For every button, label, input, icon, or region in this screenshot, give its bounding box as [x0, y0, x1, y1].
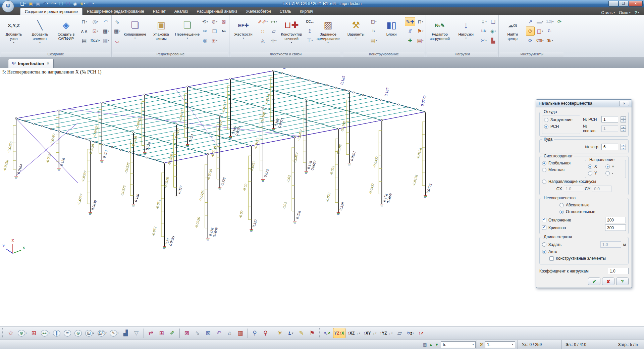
ribbon-tab-8[interactable]: Кирпич: [296, 8, 318, 15]
cut-load-icon[interactable]: ✂▾: [479, 36, 488, 45]
radio-loadcase[interactable]: Загружение: [544, 116, 578, 123]
radio-local[interactable]: Местная: [542, 166, 583, 173]
frame-icon[interactable]: ⊓▾: [79, 17, 89, 26]
select-pen-button[interactable]: ✎▾: [108, 328, 120, 338]
green-plus-icon[interactable]: ✚: [405, 36, 415, 45]
rotate-copy-icon[interactable]: ⟲▾: [201, 17, 209, 26]
tower-load-icon[interactable]: ▙: [489, 36, 497, 45]
fragment-red-icon[interactable]: ⊞▾: [210, 36, 219, 45]
constructive-checkbox[interactable]: Конструктивные элементы: [542, 255, 626, 262]
paint-fragment-button[interactable]: ✐: [167, 328, 177, 338]
toolbar-handle[interactable]: [319, 328, 321, 338]
show-deck-button[interactable]: ▦: [235, 328, 246, 338]
fragment-x-button[interactable]: ⊠: [203, 328, 213, 338]
hinges-icon[interactable]: ∷: [257, 27, 269, 36]
radio-direction-plus[interactable]: +: [605, 163, 623, 170]
sum-loads-icon[interactable]: Σ↓: [545, 27, 554, 36]
radio-direction-x[interactable]: X: [588, 163, 605, 170]
c-matrix-icon[interactable]: C◫▾: [535, 36, 544, 45]
dome-icon[interactable]: ◠: [102, 17, 110, 26]
move-dashed-icon[interactable]: ⇘: [113, 17, 121, 26]
fragment-axes-button[interactable]: ⇘: [193, 328, 203, 338]
select-nodes-button[interactable]: ⊕▾: [16, 328, 28, 338]
pack-scheme-button[interactable]: ▣Упаковкасхемы: [148, 16, 174, 50]
deviation-input[interactable]: 200: [605, 217, 626, 223]
concrete-cube-icon[interactable]: ⊡▾: [369, 17, 378, 26]
create-sapfir-button[interactable]: ◈Создать вСАПФИР: [53, 16, 79, 50]
truss-icon[interactable]: ∧∧: [79, 27, 89, 36]
comment-pencil-button[interactable]: ✎: [297, 328, 307, 338]
help-button[interactable]: ?: [616, 278, 629, 285]
snapshot-button[interactable]: ◉: [72, 0, 78, 7]
toolbar-handle[interactable]: [2, 328, 4, 338]
select-ef-button[interactable]: EF▾: [96, 328, 108, 338]
3d-view-button[interactable]: ❒: [58, 0, 65, 7]
cy-input[interactable]: 0.0: [592, 186, 611, 192]
polygon-select-button[interactable]: ✩: [6, 328, 16, 338]
move-cube-icon[interactable]: ⊡▾: [90, 27, 101, 36]
flag-section-icon[interactable]: ⚑▾: [416, 27, 425, 36]
ribbon-tab-5[interactable]: Расширенный анализ: [192, 8, 241, 15]
wall-tie-icon[interactable]: ▤▾: [416, 36, 425, 45]
view-projection-button[interactable]: ▱: [394, 328, 405, 338]
select-horizontal-elements-button[interactable]: ≡: [62, 328, 72, 338]
select-node-grid-button[interactable]: ⊞: [29, 328, 39, 338]
app-logo-icon[interactable]: Ψ: [2, 0, 14, 12]
blocks-button[interactable]: ▮▯Блоки: [379, 16, 404, 50]
add-pencil-icon[interactable]: ✎✚: [405, 17, 415, 26]
move-load-icon[interactable]: ◈▾: [489, 27, 497, 36]
cursor-colorbar-icon[interactable]: ▬▾: [535, 17, 544, 26]
target-load-spinner[interactable]: ▲▼: [621, 144, 626, 150]
curvature-checkbox[interactable]: Кривизна: [542, 226, 603, 230]
fragment-exchange-button[interactable]: ⇄: [146, 328, 156, 338]
ribbon-tab-6[interactable]: Железобетон: [241, 8, 275, 15]
fragment-undo-button[interactable]: ↶: [214, 328, 224, 338]
grid-select-icon[interactable]: ▦▾: [113, 27, 121, 36]
copy-button[interactable]: ❏Копирование▾: [122, 16, 148, 50]
ribbon-tab-7[interactable]: Сталь: [275, 8, 296, 15]
add-node-button[interactable]: X,Y,ZДобавитьузел▾: [1, 16, 26, 50]
zoom-button[interactable]: ⚲: [250, 328, 260, 338]
style-menu[interactable]: Стиль▾: [600, 10, 616, 15]
radio-global[interactable]: Глобальная: [542, 160, 583, 166]
rebar-add-icon[interactable]: ⫻: [405, 27, 415, 36]
sostav-number-input[interactable]: 1: [601, 126, 618, 132]
blocks-select-button[interactable]: ▟: [121, 328, 131, 338]
dialog-title-bar[interactable]: Начальные несовершенства ✕: [536, 100, 632, 107]
unify-columns-icon[interactable]: ⊓▾: [416, 17, 425, 26]
save-button[interactable]: ▣: [34, 0, 41, 7]
flashlight-button[interactable]: ☀: [275, 328, 285, 338]
pile-icon[interactable]: ⊤▾: [305, 36, 315, 45]
diagram-icon[interactable]: ◫▾: [535, 27, 544, 36]
radio-set-length[interactable]: Задать: [542, 242, 598, 247]
radio-cosines[interactable]: Направляющие косинусы: [542, 178, 626, 185]
select-node-elements-button[interactable]: ⊛: [73, 328, 83, 338]
node-link-icon[interactable]: ⊹▾: [269, 36, 278, 45]
radio-rsn[interactable]: РСН: [544, 123, 578, 130]
loads-button[interactable]: ↓Нагрузки▾: [453, 16, 479, 50]
numbering-icon[interactable]: 1.2)▾: [545, 17, 554, 26]
apply-button[interactable]: ✔: [588, 278, 600, 285]
rotate-model-button[interactable]: ↻z▾: [405, 328, 415, 338]
view-xy-button[interactable]: ↑XY→▾: [362, 328, 378, 338]
supports-arrows-icon[interactable]: ⇗⇗▾: [257, 17, 269, 26]
select-elements-button[interactable]: ⊷▾: [40, 328, 51, 338]
add-element-button[interactable]: ╲Добавитьэлемент▾: [27, 16, 53, 50]
load-factor-input[interactable]: 1.0: [608, 268, 629, 274]
refresh-small-icon[interactable]: ⟳: [526, 36, 535, 45]
radio-direction-minus[interactable]: -: [605, 170, 623, 177]
tab-close-icon[interactable]: ✕: [47, 61, 50, 66]
ribbon-tab-4[interactable]: Анализ: [170, 8, 193, 15]
mesh-icon[interactable]: ▦▾: [102, 27, 110, 36]
fragment-contour-button[interactable]: ⊞: [157, 328, 167, 338]
axes-tool-icon[interactable]: ↗: [526, 17, 535, 26]
radio-direction-y[interactable]: Y: [588, 170, 605, 177]
rebar-button[interactable]: ▨Заданноеармирование▾: [315, 16, 341, 50]
refresh-highlight-icon[interactable]: ⟳: [526, 27, 535, 36]
renumber-icon[interactable]: №: [219, 27, 228, 36]
ribbon-tab-3[interactable]: Расчет: [149, 8, 170, 15]
show-frame-button[interactable]: ⌂: [225, 328, 235, 338]
book-button[interactable]: ❐: [65, 0, 71, 7]
rsn-number-input[interactable]: 1: [601, 116, 618, 122]
zoom-cancel-button[interactable]: ⚲: [261, 328, 271, 338]
